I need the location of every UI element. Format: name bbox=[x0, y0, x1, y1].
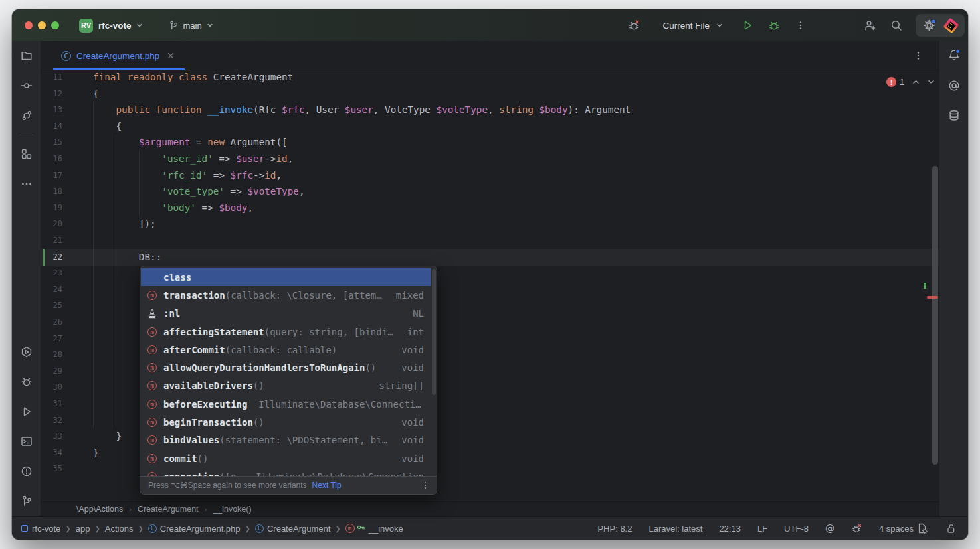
status-22[interactable]: 22:13 bbox=[719, 524, 741, 534]
line-number[interactable]: 22 bbox=[41, 249, 62, 266]
status-lf[interactable]: LF bbox=[757, 524, 767, 534]
line-number[interactable]: 13 bbox=[41, 102, 62, 118]
tab-createargument-php[interactable]: C CreateArgument.php bbox=[53, 41, 185, 70]
more-toolwindows-button[interactable] bbox=[15, 173, 38, 195]
toolwindow-database-button[interactable] bbox=[943, 104, 965, 127]
code-line[interactable]: { bbox=[93, 86, 99, 102]
popup-scrollbar[interactable] bbox=[432, 269, 436, 395]
code-line[interactable]: final readonly class CreateArgument bbox=[93, 70, 293, 86]
run-config-selector[interactable]: Current File bbox=[662, 21, 724, 31]
code-line[interactable]: { bbox=[93, 118, 122, 135]
line-number[interactable]: 27 bbox=[41, 331, 62, 347]
prev-error-icon[interactable] bbox=[911, 77, 921, 87]
line-number[interactable]: 19 bbox=[41, 200, 62, 216]
line-number[interactable]: 12 bbox=[41, 86, 62, 102]
composer-at-icon[interactable]: @ bbox=[825, 523, 834, 534]
line-number[interactable]: 34 bbox=[41, 445, 62, 461]
status-php[interactable]: PHP: 8.2 bbox=[597, 524, 632, 534]
code-line[interactable]: } bbox=[93, 428, 122, 445]
breadcrumb-item[interactable]: CreateArgument bbox=[138, 505, 199, 514]
completion-item-connection[interactable]: mconnection([n…Illuminate\Database\Conne… bbox=[141, 467, 431, 476]
toolwindow-problems-button[interactable] bbox=[15, 460, 38, 483]
line-number[interactable]: 18 bbox=[41, 183, 62, 200]
line-number[interactable]: 26 bbox=[41, 314, 62, 331]
close-window-button[interactable] bbox=[25, 21, 33, 29]
toolwindow-structure-button[interactable] bbox=[15, 143, 38, 165]
inspection-widget[interactable]: ! 1 bbox=[886, 77, 936, 87]
toolwindow-composer-button[interactable] bbox=[943, 74, 965, 97]
completion-item-afterCommit[interactable]: mafterCommit(callback: callable)void bbox=[141, 341, 431, 358]
code-line[interactable]: } bbox=[93, 445, 99, 461]
breadcrumb-item[interactable]: __invoke() bbox=[213, 505, 251, 514]
completion-item-transaction[interactable]: mtransaction(callback: \Closure, [attem…… bbox=[141, 286, 431, 304]
line-number[interactable]: 32 bbox=[41, 412, 62, 429]
completion-item-commit[interactable]: mcommit()void bbox=[141, 449, 431, 467]
status-path-createargumentphp[interactable]: CCreateArgument.php bbox=[148, 524, 241, 534]
code-line[interactable]: $argument = new Argument([ bbox=[93, 134, 288, 151]
line-number[interactable]: 23 bbox=[41, 265, 62, 281]
status-utf8[interactable]: UTF-8 bbox=[784, 524, 809, 534]
line-number[interactable]: 16 bbox=[41, 151, 62, 167]
line-number[interactable]: 17 bbox=[41, 167, 62, 184]
minimize-window-button[interactable] bbox=[38, 21, 46, 29]
breadcrumb-item[interactable]: \App\Actions bbox=[76, 505, 123, 514]
editor-scrollbar[interactable] bbox=[932, 166, 938, 465]
toolwindow-terminal-button[interactable] bbox=[15, 430, 38, 453]
code-line[interactable]: DB:: bbox=[93, 249, 161, 266]
code-line[interactable]: 'vote_type' => $voteType, bbox=[93, 183, 305, 200]
fullscreen-window-button[interactable] bbox=[51, 21, 59, 29]
status-path-app[interactable]: app bbox=[76, 524, 90, 534]
completion-item-class[interactable]: class bbox=[141, 268, 431, 286]
line-number[interactable]: 35 bbox=[41, 461, 62, 477]
more-actions-button[interactable] bbox=[788, 14, 813, 37]
status-path-invoke[interactable]: m__invoke bbox=[345, 523, 403, 534]
branch-widget[interactable]: main bbox=[168, 20, 215, 31]
next-tip-link[interactable]: Next Tip bbox=[312, 481, 342, 490]
status-path-createargument[interactable]: CCreateArgument bbox=[255, 524, 330, 534]
debug-button[interactable] bbox=[761, 14, 787, 37]
status-laravel[interactable]: Laravel: latest bbox=[648, 524, 702, 534]
toolwindow-git-button[interactable] bbox=[15, 490, 38, 512]
line-number[interactable]: 29 bbox=[41, 363, 62, 380]
line-number[interactable]: 33 bbox=[41, 428, 62, 445]
completion-item-beforeExecuting[interactable]: mbeforeExecuting Illuminate\Database\Con… bbox=[141, 395, 431, 413]
code-line[interactable]: public function __invoke(Rfc $rfc, User … bbox=[93, 102, 631, 118]
project-name[interactable]: rfc-vote bbox=[98, 21, 132, 31]
code-line[interactable]: 'rfc_id' => $rfc->id, bbox=[93, 167, 282, 184]
status-path-rfcvote[interactable]: rfc-vote bbox=[21, 524, 60, 534]
toolwindow-debug-button[interactable] bbox=[15, 370, 38, 393]
line-number[interactable]: 21 bbox=[41, 232, 62, 249]
line-number[interactable]: 30 bbox=[41, 379, 62, 396]
code-with-me-button[interactable] bbox=[857, 14, 882, 37]
completion-item-bindValues[interactable]: mbindValues(statement: \PDOStatement, bi… bbox=[141, 431, 431, 449]
code-line[interactable]: ]); bbox=[93, 216, 156, 232]
toolwindow-project-button[interactable] bbox=[15, 44, 38, 67]
line-number[interactable]: 14 bbox=[41, 118, 62, 135]
completion-item-availableDrivers[interactable]: mavailableDrivers()string[] bbox=[141, 377, 431, 395]
completion-item-affectingStatement[interactable]: maffectingStatement(query: string, [bind… bbox=[141, 323, 431, 341]
completion-item-allowQueryDurationHandlersToRunAgain[interactable]: mallowQueryDurationHandlersToRunAgain()v… bbox=[141, 358, 431, 376]
settings-button[interactable] bbox=[918, 14, 940, 37]
debugger-x-icon[interactable] bbox=[851, 523, 862, 534]
readonly-lock-icon[interactable] bbox=[945, 522, 957, 534]
run-button[interactable] bbox=[735, 14, 760, 37]
debugger-disconnected-button[interactable] bbox=[621, 14, 646, 37]
line-number[interactable]: 28 bbox=[41, 347, 62, 363]
line-number[interactable]: 15 bbox=[41, 134, 62, 151]
status-indent[interactable]: 4 spaces bbox=[879, 522, 928, 534]
toolwindow-pullrequests-button[interactable] bbox=[15, 104, 38, 127]
toolwindow-services-button[interactable] bbox=[15, 341, 38, 363]
search-everywhere-button[interactable] bbox=[884, 14, 909, 37]
line-number[interactable]: 24 bbox=[41, 281, 62, 298]
line-number[interactable]: 11 bbox=[41, 70, 62, 86]
completion-item-nl[interactable]: :nlNL bbox=[141, 305, 431, 323]
completion-item-beginTransaction[interactable]: mbeginTransaction()void bbox=[141, 413, 431, 431]
line-number[interactable]: 25 bbox=[41, 297, 62, 314]
ide-logo-button[interactable] bbox=[940, 14, 962, 37]
tab-options-button[interactable] bbox=[907, 44, 930, 67]
notifications-button[interactable] bbox=[943, 44, 965, 67]
toolwindow-run-button[interactable] bbox=[15, 400, 38, 423]
code-line[interactable]: 'body' => $body, bbox=[93, 200, 253, 216]
line-number[interactable]: 20 bbox=[41, 216, 62, 232]
code-line[interactable]: 'user_id' => $user->id, bbox=[93, 151, 293, 167]
